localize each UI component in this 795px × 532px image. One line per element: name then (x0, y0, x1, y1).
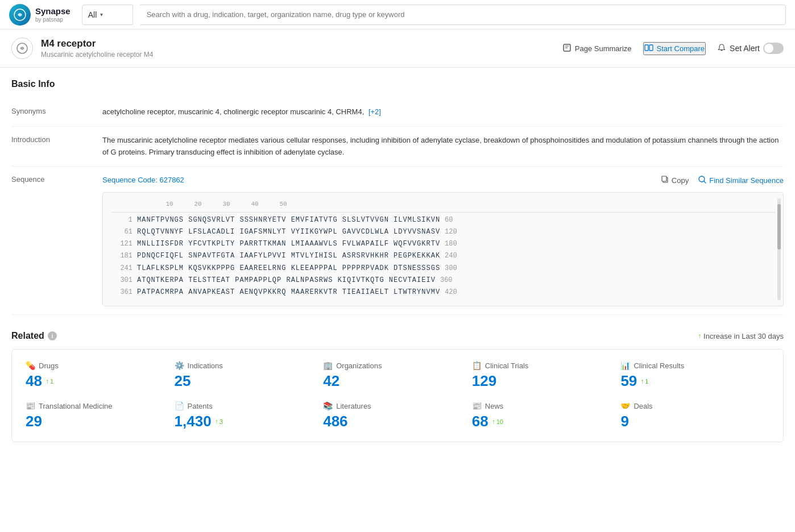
svg-rect-3 (645, 45, 648, 51)
seq-line-num: 61 (111, 227, 132, 238)
related-category-label: Deals (633, 402, 652, 410)
find-similar-button[interactable]: Find Similar Sequence (698, 175, 784, 186)
related-item[interactable]: 📋 Clinical Trials 129 (472, 361, 621, 390)
count-value: 486 (323, 413, 347, 430)
related-item[interactable]: 📄 Patents 1,430 ↑ 3 (175, 401, 324, 430)
start-compare-button[interactable]: Start Compare (643, 42, 706, 55)
seq-line-num: 361 (111, 287, 132, 298)
entity-info: M4 receptor Muscarinic acetylcholine rec… (11, 38, 153, 59)
related-row-1: 💊 Drugs 48 ↑ 1 ⚙️ Indications 25 (26, 361, 769, 390)
related-category-label: Clinical Trials (485, 361, 529, 370)
related-count: 48 ↑ 1 (26, 372, 175, 390)
related-category-icon: 📚 (323, 401, 333, 410)
ruler-20: 20 (184, 200, 212, 210)
related-category-icon: ⚙️ (175, 361, 184, 370)
related-category-icon: 🤝 (620, 401, 630, 410)
related-category-label: Drugs (39, 361, 59, 370)
badge-arrow-icon: ↑ (492, 418, 495, 426)
related-section: Related i ↑ Increase in Last 30 days 💊 D… (11, 331, 784, 442)
related-item[interactable]: 📊 Clinical Results 59 ↑ 1 (620, 361, 769, 390)
sequence-code-link[interactable]: Sequence Code: 627862 (102, 174, 184, 186)
sequence-row: Sequence Sequence Code: 627862 Copy (11, 167, 784, 315)
ruler-10: 10 (155, 200, 184, 210)
sequence-viewer: 10 20 30 40 50 1 MANFTPVNGS SGNQSVRLVT S… (102, 192, 784, 306)
alert-toggle-switch[interactable] (763, 43, 784, 54)
related-item[interactable]: 📰 Translational Medicine 29 (26, 401, 175, 430)
set-alert-label: Set Alert (730, 44, 760, 53)
related-item-header: 📰 Translational Medicine (26, 401, 175, 410)
related-category-label: Patents (188, 402, 213, 410)
count-value: 29 (26, 413, 42, 430)
related-grid: 💊 Drugs 48 ↑ 1 ⚙️ Indications 25 (11, 349, 784, 442)
introduction-label: Introduction (11, 135, 102, 144)
count-value: 42 (323, 372, 339, 390)
dropdown-label: All (88, 10, 97, 19)
related-count: 129 (472, 372, 621, 390)
related-count: 25 (175, 372, 324, 390)
related-count: 68 ↑ 10 (472, 413, 621, 430)
related-info-icon[interactable]: i (48, 331, 57, 340)
related-count: 1,430 ↑ 3 (175, 413, 324, 430)
count-badge: ↑ 10 (492, 418, 503, 426)
scrollbar-thumb (777, 204, 781, 250)
svg-point-7 (699, 176, 705, 182)
ruler-50: 50 (269, 200, 297, 210)
compare-icon (644, 43, 653, 54)
related-item[interactable]: ⚙️ Indications 25 (175, 361, 324, 390)
related-item[interactable]: 📰 News 68 ↑ 10 (472, 401, 621, 430)
sequence-ruler: 10 20 30 40 50 (111, 200, 775, 213)
page-summarize-button[interactable]: Page Summarize (562, 43, 632, 54)
seq-line-end: 360 (440, 275, 453, 286)
related-category-icon: 🏢 (323, 361, 333, 370)
seq-line-data: MNLLIISFDR YFCVTKPLTY PARRTTKMAN LMIAAAW… (137, 239, 440, 250)
start-compare-label: Start Compare (657, 44, 705, 53)
sequence-line: 361 PATPACMRPA ANVAPKEAST AENQVPKKRQ MAA… (111, 287, 775, 298)
seq-line-end: 60 (445, 215, 453, 226)
related-item[interactable]: 💊 Drugs 48 ↑ 1 (26, 361, 175, 390)
seq-line-data: RQLQTVNNYF LFSLACADLI IGAFSMNLYT VYIIKGY… (137, 227, 440, 238)
seq-line-data: TLAFLKSPLM KQSVKKPPPG EAAREELRNG KLEEAPP… (137, 263, 440, 274)
synonyms-label: Synonyms (11, 106, 102, 115)
synonyms-value: acetylcholine receptor, muscarinic 4, ch… (102, 106, 784, 118)
related-count: 29 (26, 413, 175, 430)
search-input[interactable] (140, 5, 786, 25)
sequence-line: 301 ATQNTKERPA TELSTTEAT PAMPAPPLQP RALN… (111, 275, 775, 286)
sequence-scrollbar[interactable] (777, 198, 781, 300)
copy-sequence-button[interactable]: Copy (661, 176, 689, 185)
related-count: 9 (620, 413, 769, 430)
related-item[interactable]: 🤝 Deals 9 (620, 401, 769, 430)
related-item[interactable]: 📚 Literatures 486 (323, 401, 472, 430)
brand-sub: by patsnap (35, 16, 71, 23)
related-count: 42 (323, 372, 472, 390)
logo-text: Synapse by patsnap (35, 6, 71, 23)
related-title-text: Related (11, 331, 44, 341)
seq-line-end: 120 (445, 227, 457, 238)
count-value: 1,430 (175, 413, 212, 430)
related-item[interactable]: 🏢 Organizations 42 (323, 361, 472, 390)
sequence-line: 241 TLAFLKSPLM KQSVKKPPPG EAAREELRNG KLE… (111, 263, 775, 274)
count-value: 68 (472, 413, 488, 430)
sequence-line: 121 MNLLIISFDR YFCVTKPLTY PARRTTKMAN LMI… (111, 239, 775, 250)
introduction-row: Introduction The muscarinic acetylcholin… (11, 127, 784, 167)
related-category-label: Translational Medicine (39, 402, 113, 410)
badge-arrow-icon: ↑ (215, 418, 218, 426)
sequence-label: Sequence (11, 174, 102, 184)
brand-name: Synapse (35, 6, 71, 16)
seq-line-data: PDNQCFIQFL SNPAVTFGTA IAAFYLPVVI MTVLYIH… (137, 251, 440, 261)
increase-arrow-icon: ↑ (698, 332, 701, 340)
synonyms-more[interactable]: [+2] (368, 107, 381, 116)
related-header: Related i ↑ Increase in Last 30 days (11, 331, 784, 341)
search-category-dropdown[interactable]: All ▾ (82, 5, 133, 25)
seq-line-num: 1 (111, 215, 132, 226)
entity-name: M4 receptor (41, 38, 153, 49)
main-content: Basic Info Synonyms acetylcholine recept… (0, 68, 795, 454)
copy-icon (661, 176, 669, 185)
sequence-line: 61 RQLQTVNNYF LFSLACADLI IGAFSMNLYT VYII… (111, 227, 775, 238)
badge-num: 1 (50, 378, 53, 385)
basic-info-title: Basic Info (11, 79, 784, 89)
related-category-label: Literatures (336, 402, 371, 410)
page-summarize-label: Page Summarize (575, 44, 632, 53)
seq-line-num: 241 (111, 263, 132, 274)
related-category-label: Clinical Results (633, 361, 684, 370)
sequence-content: Sequence Code: 627862 Copy (102, 174, 784, 306)
